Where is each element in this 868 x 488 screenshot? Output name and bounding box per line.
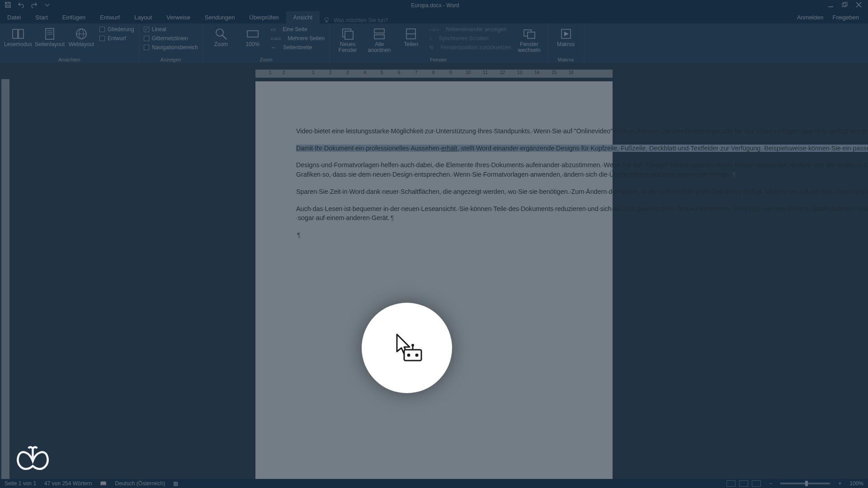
status-spellcheck-icon[interactable]: 📖: [100, 480, 107, 487]
hundred-icon: [246, 27, 259, 41]
multi-page-icon: ▭▭: [271, 35, 281, 42]
web-layout-label: Weblayout: [69, 42, 94, 47]
view-print-icon[interactable]: [739, 480, 748, 487]
new-window-label: Neues Fenster: [334, 42, 361, 53]
redo-icon[interactable]: [31, 1, 38, 9]
paragraph-1[interactable]: Video·bietet·eine·leistungsstarke·Möglic…: [296, 127, 572, 136]
zoom-slider[interactable]: [780, 483, 830, 484]
sync-scroll-checkbox: ↕ Synchrones Scrollen: [429, 34, 511, 42]
status-macro-icon[interactable]: ▦: [173, 480, 178, 487]
svg-rect-23: [528, 32, 535, 38]
svg-rect-26: [404, 350, 421, 361]
split-button[interactable]: Teilen: [397, 25, 425, 47]
paragraph-empty[interactable]: [296, 230, 572, 240]
zoom-100-label: 100%: [245, 42, 259, 47]
restore-icon[interactable]: [842, 2, 848, 9]
arrange-all-label: Alle anordnen: [366, 42, 393, 53]
print-layout-button[interactable]: Seitenlayout: [36, 25, 63, 47]
spotlight-overlay: [362, 303, 452, 393]
print-layout-icon: [43, 27, 57, 41]
macros-button[interactable]: Makros: [552, 25, 580, 47]
window-title: Europa.docx - Word: [55, 2, 815, 9]
page-width-button[interactable]: ↔ Seitenbreite: [271, 43, 325, 52]
one-page-button[interactable]: ▭ Eine Seite: [271, 25, 325, 33]
sign-in-link[interactable]: Anmelden: [797, 14, 824, 21]
zoom-100-button[interactable]: 100%: [239, 25, 266, 47]
tab-sendungen[interactable]: Sendungen: [198, 11, 242, 23]
document-area: 1 2 1 2 3 4 5 6 7 8 9 10 11 12 13 14 15 …: [0, 63, 868, 479]
ribbon-tabs: Datei Start Einfügen Entwurf Layout Verw…: [0, 11, 868, 23]
view-web-icon[interactable]: [752, 480, 761, 487]
tab-ansicht[interactable]: Ansicht: [286, 11, 320, 23]
document-page[interactable]: Video·bietet·eine·leistungsstarke·Möglic…: [255, 81, 613, 479]
group-macros-label: Makros: [552, 56, 580, 62]
svg-rect-3: [842, 3, 846, 7]
group-window-label: Fenster: [334, 56, 542, 62]
zoom-value[interactable]: 100%: [849, 480, 863, 487]
save-icon[interactable]: [5, 1, 11, 9]
tab-start[interactable]: Start: [28, 11, 55, 23]
switch-window-button[interactable]: Fenster wechseln: [516, 25, 543, 53]
share-button[interactable]: Freigeben: [832, 14, 859, 21]
outline-checkbox[interactable]: Gliederung: [99, 25, 134, 33]
status-language[interactable]: Deutsch (Österreich): [115, 480, 165, 487]
tab-einfuegen[interactable]: Einfügen: [55, 11, 93, 23]
tab-verweise[interactable]: Verweise: [159, 11, 198, 23]
tell-me-input[interactable]: Was möchten Sie tun?: [334, 17, 424, 23]
paragraph-4[interactable]: Sparen·Sie·Zeit·in·Word·dank·neuer·Schal…: [296, 187, 572, 197]
vertical-ruler[interactable]: [1, 79, 9, 479]
ribbon: Lesemodus Seitenlayout Weblayout Glieder…: [0, 23, 868, 63]
group-window: Neues Fenster Alle anordnen Teilen ▭▭ Ne…: [330, 23, 547, 63]
group-macros: Makros Makros: [548, 23, 585, 63]
paragraph-5[interactable]: Auch·das·Lesen·ist·bequemer·in·der·neuen…: [296, 204, 572, 223]
zoom-button[interactable]: Zoom: [208, 25, 235, 47]
read-mode-button[interactable]: Lesemodus: [5, 25, 32, 47]
zoom-out-icon[interactable]: −: [769, 480, 772, 487]
web-layout-button[interactable]: Weblayout: [68, 25, 95, 47]
arrange-all-button[interactable]: Alle anordnen: [366, 25, 393, 53]
view-read-icon[interactable]: [726, 480, 736, 487]
print-layout-label: Seitenlayout: [35, 42, 65, 47]
status-words[interactable]: 47 von 254 Wörtern: [44, 480, 92, 487]
ruler-checkbox[interactable]: Lineal: [144, 25, 198, 33]
svg-marker-25: [564, 32, 569, 36]
tab-entwurf[interactable]: Entwurf: [93, 11, 127, 23]
macros-icon: [559, 27, 573, 41]
undo-icon[interactable]: [18, 1, 24, 9]
close-icon[interactable]: [856, 2, 862, 9]
zoom-in-icon[interactable]: +: [838, 480, 841, 487]
zoom-label: Zoom: [214, 42, 228, 47]
paragraph-2[interactable]: Damit·Ihr·Dokument·ein·professionelles·A…: [296, 144, 572, 153]
draft-checkbox[interactable]: Entwurf: [99, 34, 134, 42]
navpane-checkbox[interactable]: Navigationsbereich: [144, 43, 198, 52]
group-zoom: Zoom 100% ▭ Eine Seite ▭▭ Mehrere Seiten…: [203, 23, 330, 63]
group-zoom-label: Zoom: [208, 56, 325, 62]
new-window-button[interactable]: Neues Fenster: [334, 25, 361, 53]
watermark-logo-icon: [16, 444, 50, 475]
tab-datei[interactable]: Datei: [0, 11, 28, 23]
group-show-label: Anzeigen: [144, 56, 198, 62]
tell-me-icon[interactable]: [323, 17, 330, 23]
tab-ueberpruefen[interactable]: Überprüfen: [242, 11, 286, 23]
status-bar: Seite 1 von 1 47 von 254 Wörtern 📖 Deuts…: [0, 479, 868, 488]
svg-rect-18: [374, 29, 384, 33]
reset-pos-checkbox: ⟲ Fensterposition zurücksetzen: [429, 43, 511, 52]
tab-layout[interactable]: Layout: [127, 11, 159, 23]
paragraph-3[interactable]: Designs·und·Formatvorlagen·helfen·auch·d…: [296, 160, 572, 179]
horizontal-ruler[interactable]: 1 2 1 2 3 4 5 6 7 8 9 10 11 12 13 14 15 …: [255, 70, 613, 78]
group-views-label: Ansichten: [5, 56, 134, 62]
svg-point-28: [415, 354, 419, 357]
gridlines-checkbox[interactable]: Gitternetzlinien: [144, 34, 198, 42]
arrange-all-icon: [373, 27, 386, 41]
read-mode-label: Lesemodus: [4, 42, 32, 47]
svg-rect-19: [374, 35, 384, 39]
status-page[interactable]: Seite 1 von 1: [5, 480, 36, 487]
ribbon-display-options-icon[interactable]: [815, 2, 821, 9]
minimize-icon[interactable]: [828, 2, 834, 9]
svg-point-5: [325, 18, 329, 21]
qat-customize-icon[interactable]: [44, 1, 51, 9]
quick-access-toolbar: [0, 1, 55, 9]
svg-rect-15: [247, 31, 258, 37]
side-by-side-icon: ▭▭: [429, 26, 439, 33]
multi-page-button[interactable]: ▭▭ Mehrere Seiten: [271, 34, 325, 42]
